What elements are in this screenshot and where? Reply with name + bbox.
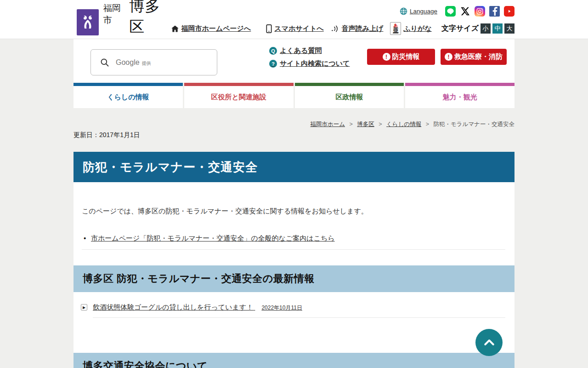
- font-size-medium-button[interactable]: 中: [492, 23, 503, 34]
- tab-attractions-tourism[interactable]: 魅力・観光: [405, 83, 514, 108]
- search-placeholder: Google提供: [116, 58, 151, 67]
- disaster-info-button[interactable]: ! 防災情報: [367, 49, 435, 65]
- exclamation-icon: !: [445, 53, 452, 61]
- breadcrumb: 福岡市ホーム > 博多区 > くらしの情報 > 防犯・モラルマナー・交通安全: [74, 108, 514, 128]
- updated-date: 更新日：2017年1月1日: [74, 131, 514, 139]
- list-item: 市ホームページ「防犯・モラルマナー・交通安全」の全般的なご案内はこちら: [82, 234, 505, 250]
- logo-ward-text: 博多区: [129, 0, 170, 37]
- news-section: ▶ 飲酒状態体験ゴーグルの貸し出しを行っています！ 2022年10月11日: [74, 292, 514, 353]
- news-item: ▶ 飲酒状態体験ゴーグルの貸し出しを行っています！ 2022年10月11日: [93, 303, 505, 318]
- city-home-link[interactable]: 福岡市ホームページへ: [171, 24, 251, 33]
- facebook-icon[interactable]: [489, 6, 500, 17]
- site-search-input[interactable]: Google提供: [90, 49, 217, 75]
- font-size-large-button[interactable]: 大: [504, 23, 514, 34]
- site-logo[interactable]: 福岡市 博多区 FUKUOKA CITY HAKATA WARD: [77, 0, 171, 39]
- line-icon[interactable]: [445, 6, 456, 17]
- breadcrumb-current-page: 防犯・モラルマナー・交通安全: [434, 121, 514, 127]
- exclamation-icon: !: [383, 53, 390, 61]
- language-link[interactable]: Language: [400, 7, 437, 15]
- home-icon: [171, 25, 179, 33]
- furigana-icon: あ 亜: [390, 22, 401, 35]
- tab-ward-administration[interactable]: 区政情報: [295, 83, 404, 108]
- arrow-right-icon: ▶: [81, 304, 87, 310]
- font-size-control: 文字サイズ 小 中 大: [441, 23, 514, 34]
- chevron-up-icon: [482, 336, 496, 350]
- news-date: 2022年10月11日: [261, 305, 302, 311]
- breadcrumb-hakata-ward[interactable]: 博多区: [357, 121, 374, 127]
- hakata-ward-emblem-icon: [77, 9, 99, 35]
- mobile-site-link[interactable]: スマホサイトへ: [266, 24, 323, 33]
- intro-section: このページでは、博多区の防犯・モラルマナー・交通安全に関する情報をお知らせします…: [74, 182, 514, 265]
- font-size-label: 文字サイズ: [441, 24, 479, 34]
- scroll-to-top-button[interactable]: [475, 329, 503, 356]
- tab-living-info[interactable]: くらしの情報: [74, 83, 183, 108]
- search-icon: [100, 58, 109, 67]
- breadcrumb-living-info[interactable]: くらしの情報: [386, 121, 421, 127]
- x-icon[interactable]: [460, 6, 470, 17]
- main-nav: くらしの情報 区役所と関連施設 区政情報 魅力・観光: [74, 83, 514, 108]
- q-icon: Q: [269, 47, 277, 55]
- traffic-safety-association-heading: 博多交通安全協会について: [74, 353, 514, 368]
- text-to-speech-link[interactable]: 音声読み上げ: [331, 24, 384, 33]
- font-size-small-button[interactable]: 小: [481, 23, 491, 34]
- site-header: 福岡市 博多区 FUKUOKA CITY HAKATA WARD Lan: [0, 0, 588, 39]
- logo-city-text: 福岡市: [103, 2, 126, 26]
- news-section-heading: 博多区 防犯・モラルマナー・交通安全の最新情報: [74, 265, 514, 292]
- question-icon: ?: [269, 60, 277, 68]
- general-guide-link[interactable]: 市ホームページ「防犯・モラルマナー・交通安全」の全般的なご案内はこちら: [91, 234, 335, 242]
- globe-icon: [400, 7, 407, 15]
- meta-band: 福岡市ホーム > 博多区 > くらしの情報 > 防犯・モラルマナー・交通安全 更…: [74, 108, 514, 152]
- smartphone-icon: [266, 24, 272, 33]
- tab-ward-office[interactable]: 区役所と関連施設: [184, 83, 294, 108]
- news-link[interactable]: 飲酒状態体験ゴーグルの貸し出しを行っています！ 2022年10月11日: [93, 303, 302, 311]
- instagram-icon[interactable]: [475, 6, 485, 17]
- search-band: Google提供 Q よくある質問 ? サイト内検索について ! 防災情報 ! …: [74, 39, 514, 83]
- about-site-search-link[interactable]: ? サイト内検索について: [269, 59, 350, 68]
- breadcrumb-city-home[interactable]: 福岡市ホーム: [310, 121, 345, 127]
- page-title: 防犯・モラルマナー・交通安全: [83, 159, 258, 175]
- faq-link[interactable]: Q よくある質問: [269, 46, 350, 55]
- furigana-link[interactable]: あ 亜 ふりがな: [390, 22, 431, 35]
- speaker-icon: [331, 25, 339, 33]
- youtube-icon[interactable]: [504, 6, 514, 17]
- intro-text: このページでは、博多区の防犯・モラルマナー・交通安全に関する情報をお知らせします…: [82, 207, 514, 216]
- emergency-medical-button[interactable]: ! 救急医療・消防: [441, 49, 507, 65]
- page-title-bar: 防犯・モラルマナー・交通安全: [74, 152, 514, 182]
